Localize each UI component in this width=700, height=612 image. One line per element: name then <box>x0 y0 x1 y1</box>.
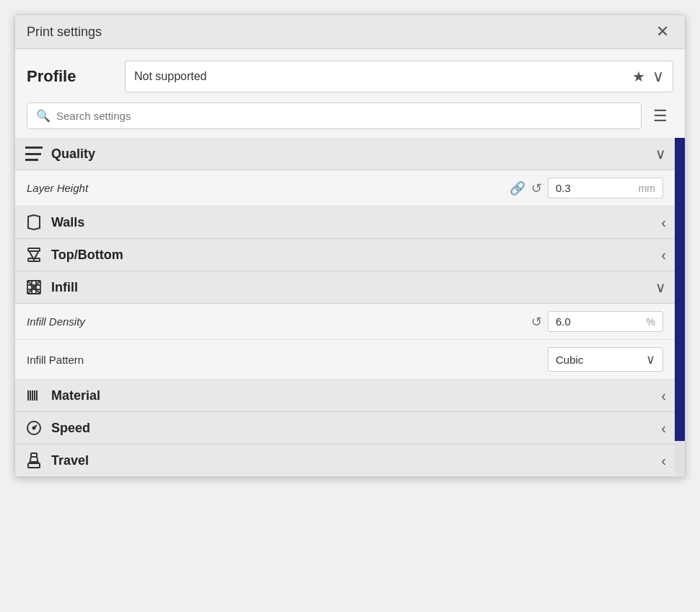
star-icon[interactable]: ★ <box>632 68 645 85</box>
infill-pattern-label: Infill Pattern <box>27 354 548 366</box>
section-speed[interactable]: Speed ‹ <box>15 412 675 445</box>
section-walls[interactable]: Walls ‹ <box>15 206 675 239</box>
speed-icon <box>24 419 44 437</box>
profile-dropdown[interactable]: Not supported ★ ∨ <box>125 61 673 92</box>
infill-density-input[interactable]: 6.0 % <box>548 311 663 332</box>
layer-height-value: 0.3 <box>556 182 571 194</box>
topbottom-title: Top/Bottom <box>51 248 661 263</box>
section-topbottom[interactable]: Top/Bottom ‹ <box>15 239 675 271</box>
topbottom-chevron-icon: ‹ <box>661 247 666 263</box>
search-input[interactable] <box>56 110 632 122</box>
scrollbar-thumb[interactable] <box>675 138 685 441</box>
infill-density-unit: % <box>647 316 655 328</box>
dialog-title: Print settings <box>27 25 102 40</box>
infill-density-label: Infill Density <box>27 315 531 328</box>
travel-icon <box>24 452 44 469</box>
infill-pattern-dropdown[interactable]: Cubic ∨ <box>548 347 663 372</box>
svg-rect-0 <box>28 248 40 251</box>
infill-pattern-value: Cubic <box>556 354 583 366</box>
infill-density-reset-icon[interactable]: ↺ <box>531 314 542 330</box>
infill-density-actions: ↺ <box>531 314 542 330</box>
infill-title: Infill <box>51 280 655 295</box>
layer-height-input[interactable]: 0.3 mm <box>548 178 663 198</box>
travel-title: Travel <box>51 453 661 468</box>
layer-height-row: Layer Height 🔗 ↺ 0.3 mm <box>15 170 675 206</box>
search-wrapper: 🔍 <box>27 102 642 129</box>
speed-chevron-icon: ‹ <box>661 420 666 437</box>
title-bar: Print settings ✕ <box>15 15 685 49</box>
dialog-content: Profile Not supported ★ ∨ 🔍 ☰ <box>15 49 685 129</box>
layer-height-actions: 🔗 ↺ <box>509 180 542 196</box>
topbottom-icon <box>24 246 44 263</box>
material-title: Material <box>51 388 661 403</box>
quality-chevron-icon: ∨ <box>655 145 666 162</box>
settings-inner: Quality ∨ Layer Height 🔗 ↺ 0.3 mm <box>15 138 675 477</box>
layer-height-unit: mm <box>639 183 655 194</box>
layer-height-label: Layer Height <box>27 182 509 194</box>
profile-value: Not supported <box>134 70 207 83</box>
reset-icon[interactable]: ↺ <box>531 180 542 196</box>
section-material[interactable]: Material ‹ <box>15 380 675 412</box>
walls-chevron-icon: ‹ <box>661 214 666 231</box>
svg-rect-17 <box>31 453 37 457</box>
print-settings-dialog: Print settings ✕ Profile Not supported ★… <box>14 14 686 478</box>
settings-scroll-area: Quality ∨ Layer Height 🔗 ↺ 0.3 mm <box>15 138 685 477</box>
profile-row: Profile Not supported ★ ∨ <box>27 61 673 92</box>
infill-chevron-icon: ∨ <box>655 279 666 296</box>
svg-rect-18 <box>28 463 40 468</box>
infill-icon <box>24 279 44 296</box>
profile-dropdown-icons: ★ ∨ <box>632 67 664 86</box>
profile-chevron-down-icon: ∨ <box>652 67 664 86</box>
travel-chevron-icon: ‹ <box>661 453 666 469</box>
search-icon: 🔍 <box>36 109 51 123</box>
infill-pattern-row: Infill Pattern Cubic ∨ <box>15 340 675 380</box>
quality-title: Quality <box>51 147 655 162</box>
profile-label: Profile <box>27 67 113 86</box>
link-icon[interactable]: 🔗 <box>509 180 525 196</box>
walls-icon <box>24 214 44 231</box>
material-chevron-icon: ‹ <box>661 388 666 404</box>
menu-icon-button[interactable]: ☰ <box>647 104 673 128</box>
walls-title: Walls <box>51 215 661 230</box>
search-row: 🔍 ☰ <box>27 102 673 129</box>
section-quality[interactable]: Quality ∨ <box>15 138 675 170</box>
infill-density-value: 6.0 <box>556 315 571 328</box>
section-infill[interactable]: Infill ∨ <box>15 271 675 304</box>
speed-title: Speed <box>51 421 661 436</box>
infill-pattern-chevron-icon: ∨ <box>646 351 655 367</box>
svg-point-16 <box>33 427 35 429</box>
material-icon <box>24 387 44 404</box>
infill-density-row: Infill Density ↺ 6.0 % <box>15 304 675 340</box>
section-travel[interactable]: Travel ‹ <box>15 445 675 477</box>
close-button[interactable]: ✕ <box>652 22 673 41</box>
quality-icon <box>24 147 44 161</box>
scrollbar-track[interactable] <box>675 138 685 477</box>
